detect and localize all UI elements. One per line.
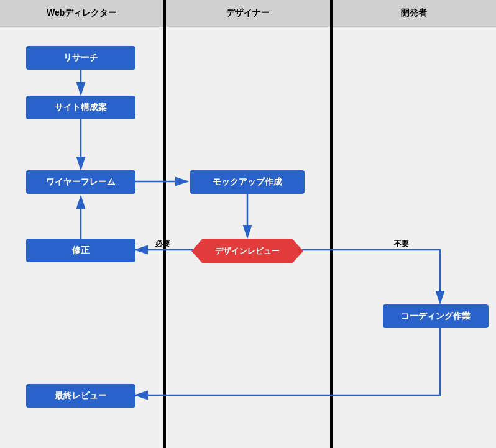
edge-label-need: 必要: [155, 239, 170, 249]
node-sitemap: サイト構成案: [26, 96, 135, 119]
node-design-review-label: デザインレビュー: [191, 239, 303, 263]
lane-header-developer: 開発者: [333, 0, 496, 27]
flow-diagram: リサーチ サイト構成案 ワイヤーフレーム 修正 最終レビュー モックアップ作成 …: [0, 25, 496, 448]
node-coding: コーディング作業: [383, 304, 489, 328]
lane-header-designer: デザイナー: [166, 0, 329, 27]
node-design-review: デザインレビュー: [191, 239, 303, 263]
node-final-review: 最終レビュー: [26, 384, 135, 408]
node-research: リサーチ: [26, 46, 135, 70]
lane-header-web-director: Webディレクター: [0, 0, 163, 27]
node-mockup: モックアップ作成: [190, 170, 305, 194]
edge-label-notneed: 不要: [394, 239, 409, 249]
node-wireframe: ワイヤーフレーム: [26, 170, 135, 194]
node-revise: 修正: [26, 239, 135, 262]
